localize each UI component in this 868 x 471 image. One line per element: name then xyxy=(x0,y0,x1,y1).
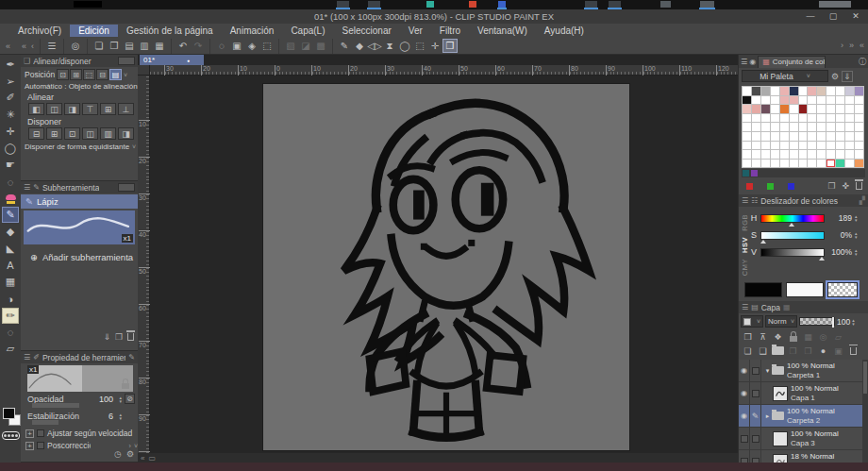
palette-color-cell[interactable] xyxy=(845,114,854,123)
align-panel-header[interactable]: ❑ Alinear/disponer xyxy=(21,55,138,67)
rgb-mini-swatch[interactable] xyxy=(788,183,794,190)
palette-color-cell[interactable] xyxy=(799,105,808,113)
menu-item-edici-n[interactable]: Edición xyxy=(70,25,118,37)
palette-color-cell[interactable] xyxy=(845,150,854,159)
palette-color-cell[interactable] xyxy=(752,114,760,123)
layer-row-capa-3[interactable]: 100 % NormalCapa 3 xyxy=(739,428,868,450)
collapse-icon[interactable]: « xyxy=(141,454,144,463)
info-icon[interactable]: ⓘ xyxy=(859,57,866,67)
palette-color-cell[interactable] xyxy=(855,160,863,168)
align-option-button[interactable]: ⊡ xyxy=(57,69,69,80)
palette-color-cell[interactable] xyxy=(817,114,826,123)
palette-color-cell[interactable] xyxy=(780,142,789,150)
toolbar-button-icon[interactable]: ⧗ xyxy=(382,39,397,53)
palette-color-cell[interactable] xyxy=(780,96,789,105)
palette-color-cell[interactable] xyxy=(808,150,816,159)
drawing-canvas[interactable] xyxy=(262,83,630,451)
tab-color-set[interactable]: ▦ Conjunto de colores xyxy=(758,56,826,68)
palette-color-cell[interactable] xyxy=(771,123,779,131)
palette-color-cell[interactable] xyxy=(743,96,751,105)
chevron-down-icon[interactable]: ˅ xyxy=(124,72,127,78)
layer-color-dropdown[interactable]: ˅ xyxy=(741,315,763,328)
palette-color-cell[interactable] xyxy=(845,132,854,141)
palette-color-cell[interactable] xyxy=(743,105,751,113)
palette-color-cell[interactable] xyxy=(743,160,751,168)
palette-color-cell[interactable] xyxy=(752,96,760,105)
eye-visible-icon[interactable]: ◉ xyxy=(739,405,750,427)
palette-color-cell[interactable] xyxy=(826,96,835,105)
align-option-button[interactable]: ⊞ xyxy=(100,103,116,115)
layer-action-icon[interactable]: ❑ xyxy=(756,345,770,357)
pen-tool[interactable]: ✒ xyxy=(2,57,19,73)
palette-color-cell[interactable] xyxy=(752,160,760,168)
palette-color-cell[interactable] xyxy=(780,87,789,95)
palette-color-cell[interactable] xyxy=(855,105,863,113)
layer-setting-icon[interactable] xyxy=(786,330,800,343)
palette-color-cell[interactable] xyxy=(761,105,770,113)
brush-stroke-preview[interactable]: x1 xyxy=(24,210,135,244)
palette-color-cell[interactable] xyxy=(799,132,808,141)
spinner-icon[interactable]: ▴▾ xyxy=(852,318,855,326)
palette-color-cell[interactable] xyxy=(761,150,770,159)
toolbar-button-icon[interactable]: ☰ xyxy=(44,39,59,53)
layer-thumbnail[interactable] xyxy=(773,386,788,401)
palette-color-cell[interactable] xyxy=(771,142,779,150)
palette-color-cell[interactable] xyxy=(790,96,798,105)
align-option-button[interactable]: ⊟ xyxy=(96,69,108,80)
palette-color-cell[interactable] xyxy=(836,96,844,105)
palette-color-cell[interactable] xyxy=(771,105,779,113)
color-gradient-slider[interactable] xyxy=(760,214,825,223)
palette-color-cell[interactable] xyxy=(808,96,816,105)
palette-color-cell[interactable] xyxy=(855,114,863,123)
spinner-icon[interactable]: ▴▾ xyxy=(119,395,122,403)
toolbar-button-icon[interactable]: ▦ xyxy=(152,39,167,53)
palette-color-cell[interactable] xyxy=(845,87,854,95)
palette-color-cell[interactable] xyxy=(790,142,798,150)
rgb-mini-swatch[interactable] xyxy=(746,183,753,190)
layer-row-capa-1[interactable]: ◉100 % NormalCapa 1 xyxy=(739,382,868,405)
palette-color-cell[interactable] xyxy=(808,105,816,113)
palette-color-cell[interactable] xyxy=(771,114,779,123)
wrench-icon[interactable]: ⚙ xyxy=(126,449,134,459)
palette-color-cell[interactable] xyxy=(780,105,789,113)
palette-color-cell[interactable] xyxy=(808,132,816,141)
zoom-tool[interactable]: ◯ xyxy=(2,141,19,157)
palette-color-cell[interactable] xyxy=(752,132,760,141)
palette-color-cell[interactable] xyxy=(790,160,798,168)
palette-color-cell[interactable] xyxy=(799,123,808,131)
object-tool[interactable]: ➢ xyxy=(2,74,19,90)
align-option-button[interactable]: ⊤ xyxy=(82,103,98,115)
chevron-down-icon[interactable]: ▾ xyxy=(763,367,772,375)
visibility-checkbox[interactable] xyxy=(739,428,750,449)
align-option-button[interactable]: ⊞ xyxy=(46,127,62,140)
circle-icon[interactable]: ◉ xyxy=(749,58,756,66)
main-color-swatch[interactable] xyxy=(744,282,782,297)
palette-color-cell[interactable] xyxy=(771,150,779,159)
menu-item-ver[interactable]: Ver xyxy=(400,25,431,37)
text-tool[interactable]: A xyxy=(2,257,19,273)
menu-item-seleccionar[interactable]: Seleccionar xyxy=(334,25,400,37)
subtool-item-lapiz[interactable]: ✎ Lápiz xyxy=(21,194,138,209)
spinner-icon[interactable]: ▴▾ xyxy=(119,412,122,420)
layer-checkbox[interactable] xyxy=(750,360,761,381)
palette-color-cell[interactable] xyxy=(817,123,826,131)
toolbar-overflow-controls[interactable]: ›»« xyxy=(841,38,864,53)
eye-visible-icon[interactable]: ◉ xyxy=(739,382,750,404)
layer-setting-icon[interactable]: ⊼ xyxy=(756,330,770,343)
color-gradient-slider[interactable] xyxy=(760,231,825,240)
palette-color-cell[interactable] xyxy=(761,87,770,95)
palette-color-cell[interactable] xyxy=(799,87,808,95)
palette-color-cell[interactable] xyxy=(845,96,854,105)
palette-color-cell[interactable] xyxy=(771,96,779,105)
hamburger-icon[interactable]: ☰ xyxy=(741,58,747,66)
palette-color-cell[interactable] xyxy=(752,105,760,113)
layer-checkbox[interactable] xyxy=(750,382,761,404)
slider-marker-icon[interactable] xyxy=(819,254,825,261)
tool-property-header[interactable]: ☰ ✐ Propiedad de herramienta ✎ xyxy=(21,351,138,363)
velocity-checkbox[interactable] xyxy=(37,429,44,437)
pencil-tool[interactable]: ✎ xyxy=(2,207,19,223)
palette-color-cell[interactable] xyxy=(790,132,798,141)
hamburger-icon[interactable]: ☰ xyxy=(24,183,30,192)
palette-color-cell[interactable] xyxy=(761,114,770,123)
resize-handle-icon[interactable]: ▭ xyxy=(148,454,156,463)
